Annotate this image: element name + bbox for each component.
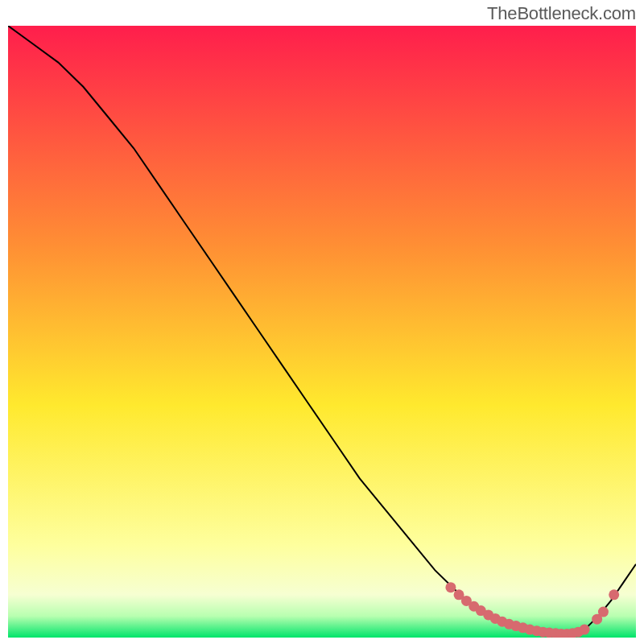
chart-canvas — [8, 26, 636, 638]
gradient-background — [8, 26, 636, 638]
watermark-text: TheBottleneck.com — [487, 3, 636, 24]
marker-dot — [609, 589, 619, 600]
marker-dot — [445, 582, 456, 592]
marker-dot — [598, 607, 609, 617]
bottleneck-chart — [8, 26, 636, 638]
marker-dot — [580, 625, 590, 635]
